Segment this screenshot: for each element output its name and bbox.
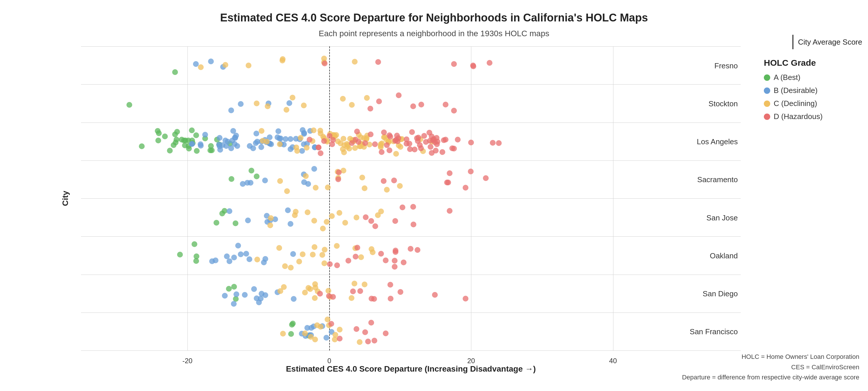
data-dot bbox=[312, 244, 317, 250]
data-dot bbox=[305, 210, 310, 215]
data-dot bbox=[439, 149, 445, 155]
data-dot bbox=[427, 130, 432, 136]
data-dot bbox=[290, 95, 296, 101]
data-dot bbox=[243, 251, 249, 257]
data-dot bbox=[277, 178, 283, 184]
data-dot bbox=[381, 178, 386, 184]
legend-dot bbox=[764, 101, 770, 107]
data-dot bbox=[447, 170, 453, 176]
data-dot bbox=[379, 149, 384, 155]
data-dot bbox=[381, 130, 387, 135]
city-label: San Jose bbox=[707, 214, 738, 222]
data-dot bbox=[340, 96, 346, 102]
data-dot bbox=[222, 293, 228, 299]
data-dot bbox=[300, 251, 306, 257]
data-dot bbox=[320, 226, 326, 231]
data-dot bbox=[392, 264, 398, 270]
data-dot bbox=[384, 187, 390, 193]
data-dot bbox=[189, 128, 195, 133]
data-dot bbox=[316, 144, 321, 150]
data-dot bbox=[349, 295, 354, 301]
x-axis-label: Estimated CES 4.0 Score Departure (Incre… bbox=[286, 364, 536, 373]
data-dot bbox=[301, 130, 307, 136]
data-dot bbox=[262, 256, 268, 262]
data-dot bbox=[277, 141, 283, 147]
data-dot bbox=[247, 256, 252, 262]
data-dot bbox=[352, 145, 358, 151]
data-dot bbox=[258, 296, 264, 302]
data-dot bbox=[246, 62, 251, 68]
gridline-h bbox=[81, 351, 741, 351]
data-dot bbox=[384, 142, 390, 148]
data-dot bbox=[398, 144, 403, 150]
data-dot bbox=[311, 166, 317, 172]
legend-item-label: C (Declining) bbox=[774, 99, 817, 108]
data-dot bbox=[358, 254, 364, 260]
data-dot bbox=[232, 141, 238, 147]
data-dot bbox=[322, 60, 328, 66]
data-dot bbox=[445, 179, 451, 185]
chart-title: Estimated CES 4.0 Score Departure for Ne… bbox=[0, 11, 868, 24]
data-dot bbox=[393, 137, 399, 143]
data-dot bbox=[412, 146, 417, 152]
data-dot bbox=[258, 144, 264, 150]
legend-item: C (Declining) bbox=[764, 99, 862, 108]
chart-container: Estimated CES 4.0 Score Departure for Ne… bbox=[0, 0, 868, 391]
data-dot bbox=[302, 331, 308, 336]
legend-item-label: D (Hazardous) bbox=[774, 112, 823, 121]
data-dot bbox=[342, 220, 348, 226]
data-dot bbox=[268, 215, 274, 221]
footnote-line: HOLC = Home Owners' Loan Corporation bbox=[682, 352, 859, 362]
data-dot bbox=[291, 296, 297, 302]
holc-legend: HOLC Grade A (Best)B (Desirable)C (Decli… bbox=[764, 58, 862, 125]
data-dot bbox=[301, 103, 307, 108]
data-dot bbox=[372, 223, 378, 229]
data-dot bbox=[428, 144, 433, 150]
data-dot bbox=[337, 336, 343, 341]
data-dot bbox=[217, 147, 223, 152]
data-dot bbox=[312, 285, 318, 290]
data-dot bbox=[362, 329, 368, 335]
data-dot bbox=[298, 135, 304, 141]
data-dot bbox=[414, 135, 420, 141]
y-axis-label: City bbox=[61, 191, 70, 206]
data-dot bbox=[365, 339, 371, 344]
gridline-h bbox=[81, 275, 741, 275]
data-dot bbox=[254, 139, 260, 144]
city-avg-text: City Average Score bbox=[798, 38, 862, 47]
data-dot bbox=[254, 101, 259, 106]
chart-subtitle: Each point represents a neighborhood in … bbox=[0, 29, 868, 38]
data-dot bbox=[334, 243, 340, 249]
data-dot bbox=[249, 168, 254, 173]
data-dot bbox=[357, 339, 363, 345]
data-dot bbox=[410, 103, 416, 109]
data-dot bbox=[392, 258, 398, 263]
gridline-h bbox=[81, 84, 741, 85]
data-dot bbox=[496, 140, 502, 146]
data-dot bbox=[275, 134, 280, 140]
legend-dot bbox=[764, 75, 770, 81]
data-dot bbox=[359, 175, 365, 180]
data-dot bbox=[383, 331, 389, 336]
data-dot bbox=[322, 247, 328, 253]
city-avg-legend: City Average Score bbox=[793, 35, 862, 49]
data-dot bbox=[324, 219, 330, 225]
data-dot bbox=[306, 285, 311, 291]
data-dot bbox=[228, 176, 235, 182]
data-dot bbox=[352, 59, 358, 64]
data-dot bbox=[418, 102, 424, 108]
data-dot bbox=[194, 148, 199, 154]
data-dot bbox=[232, 135, 238, 140]
data-dot bbox=[463, 185, 468, 191]
data-dot bbox=[277, 288, 283, 294]
data-dot bbox=[312, 337, 318, 342]
data-dot bbox=[285, 207, 291, 213]
data-dot bbox=[414, 247, 421, 253]
data-dot bbox=[189, 141, 195, 147]
data-dot bbox=[284, 188, 290, 194]
data-dot bbox=[275, 128, 281, 134]
data-dot bbox=[397, 183, 403, 189]
gridline-h bbox=[81, 312, 741, 313]
data-dot bbox=[283, 107, 289, 113]
data-dot bbox=[353, 137, 359, 142]
